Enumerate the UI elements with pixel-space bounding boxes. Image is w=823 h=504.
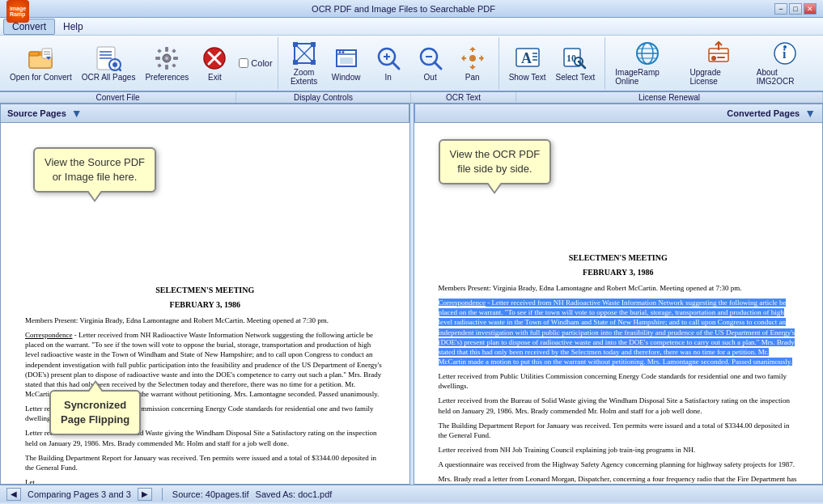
converted-doc-title2: FEBRUARY 3, 1986 xyxy=(439,267,799,278)
svg-text:i: i xyxy=(783,47,787,61)
preferences-button[interactable]: Preferences xyxy=(140,44,193,83)
menu-bar: Convert Help xyxy=(0,18,823,36)
source-doc-title1: SELECTMEN'S MEETING xyxy=(25,285,385,296)
show-text-button[interactable]: A Show Text xyxy=(504,44,551,83)
toolbar-group-ocr: A Show Text 10 Select Text xyxy=(499,37,606,89)
highlighted-text: Correspondence - Letter received from NH… xyxy=(439,299,795,366)
right-callout: View the OCR PDF file side by side. xyxy=(439,139,552,184)
maximize-button[interactable]: □ xyxy=(789,3,802,15)
source-panel: Source Pages ▼ View the Source PDF or Im… xyxy=(0,104,410,485)
converted-panel-arrow[interactable]: ▼ xyxy=(804,107,816,120)
status-separator xyxy=(162,488,163,501)
upgrade-license-button[interactable]: Upgrade License xyxy=(685,39,751,87)
svg-line-44 xyxy=(435,62,441,69)
svg-text:A: A xyxy=(521,50,532,66)
svg-rect-18 xyxy=(155,57,160,60)
toolbar-group-license: ImageRamp Online Upgrade License i xyxy=(605,37,823,89)
svg-point-62 xyxy=(711,56,716,61)
imageramp-online-button[interactable]: ImageRamp Online xyxy=(610,39,685,87)
app-logo: imageRamp xyxy=(6,0,29,23)
svg-rect-23 xyxy=(172,63,177,68)
page-info: Comparing Pages 3 and 3 xyxy=(28,489,131,499)
zoom-in-button[interactable]: In xyxy=(367,44,409,83)
svg-point-37 xyxy=(342,51,344,53)
status-bar: ◀ Comparing Pages 3 and 3 ▶ Source: 40pa… xyxy=(0,485,823,502)
toolbar-group-convert: Open for Convert OCR All Pages xyxy=(0,37,278,89)
svg-point-36 xyxy=(338,51,341,53)
svg-rect-22 xyxy=(158,63,163,68)
exit-button[interactable]: Exit xyxy=(193,44,235,83)
svg-rect-17 xyxy=(165,65,168,70)
svg-rect-20 xyxy=(158,49,163,53)
ocr-all-pages-button[interactable]: OCR All Pages xyxy=(77,44,141,83)
svg-point-46 xyxy=(469,55,476,61)
toolbar-labels: Convert File Display Controls OCR Text L… xyxy=(0,92,823,104)
prev-page-button[interactable]: ◀ xyxy=(6,488,21,501)
window-button[interactable]: Window xyxy=(325,44,367,83)
pan-button[interactable]: Pan xyxy=(452,44,494,83)
svg-rect-19 xyxy=(173,57,178,60)
source-panel-content[interactable]: View the Source PDF or Image file here. … xyxy=(1,123,409,484)
svg-rect-31 xyxy=(311,42,316,47)
svg-rect-16 xyxy=(165,47,168,52)
svg-rect-63 xyxy=(717,57,725,58)
svg-rect-38 xyxy=(340,57,353,64)
svg-line-12 xyxy=(119,69,121,71)
source-panel-arrow[interactable]: ▼ xyxy=(71,107,83,120)
converted-doc-title1: SELECTMEN'S MEETING xyxy=(439,252,799,264)
toolbar-group-display: Zoom Extents Window xyxy=(278,37,499,89)
svg-point-13 xyxy=(112,62,117,67)
bottom-callout: Syncronized Page Flipping xyxy=(49,390,141,435)
title-text: OCR PDF and Image Files to Searchable PD… xyxy=(32,4,774,14)
panels: Source Pages ▼ View the Source PDF or Im… xyxy=(0,104,823,485)
source-doc: SELECTMEN'S MEETING FEBRUARY 3, 1986 Mem… xyxy=(25,285,385,484)
zoom-extents-button[interactable]: Zoom Extents xyxy=(283,39,325,87)
converted-panel-content[interactable]: View the OCR PDF file side by side. SELE… xyxy=(414,123,823,484)
svg-point-66 xyxy=(783,45,787,49)
converted-doc: SELECTMEN'S MEETING FEBRUARY 3, 1986 Mem… xyxy=(439,252,799,484)
title-bar: imageRamp OCR PDF and Image Files to Sea… xyxy=(0,0,823,18)
label-ocr-text: OCR Text xyxy=(411,92,516,103)
toolbar: Open for Convert OCR All Pages xyxy=(0,36,823,92)
label-license-renewal: License Renewal xyxy=(516,92,823,103)
minimize-button[interactable]: − xyxy=(774,3,787,15)
svg-rect-32 xyxy=(293,60,298,65)
saved-as: Saved As: doc1.pdf xyxy=(256,489,333,499)
color-checkbox[interactable]: Color xyxy=(239,58,272,68)
source-file: Source: 40pages.tif xyxy=(172,489,249,499)
menu-item-help[interactable]: Help xyxy=(55,19,91,34)
source-doc-title2: FEBRUARY 3, 1986 xyxy=(25,299,385,311)
about-button[interactable]: i About IMG2OCR xyxy=(752,39,818,87)
converted-doc-body: Members Present: Virginia Brady, Edna La… xyxy=(439,283,799,484)
close-button[interactable]: ✕ xyxy=(804,3,817,15)
select-text-button[interactable]: 10 Select Text xyxy=(551,44,600,83)
source-panel-header: Source Pages ▼ xyxy=(1,104,409,123)
left-callout: View the Source PDF or Image file here. xyxy=(33,147,156,193)
svg-line-40 xyxy=(392,62,399,69)
label-convert-file: Convert File xyxy=(0,92,236,103)
zoom-out-button[interactable]: Out xyxy=(409,44,452,83)
svg-rect-21 xyxy=(172,49,177,53)
svg-point-15 xyxy=(165,57,168,60)
converted-panel-header: Converted Pages ▼ xyxy=(414,104,823,123)
open-for-convert-button[interactable]: Open for Convert xyxy=(5,44,77,83)
next-page-button[interactable]: ▶ xyxy=(138,488,152,501)
svg-rect-2 xyxy=(29,52,39,56)
window-controls: − □ ✕ xyxy=(774,3,817,15)
converted-panel: Converted Pages ▼ View the OCR PDF file … xyxy=(414,104,824,485)
svg-rect-30 xyxy=(293,42,298,47)
svg-rect-33 xyxy=(311,60,316,65)
label-display-controls: Display Controls xyxy=(236,92,411,103)
color-input[interactable] xyxy=(239,58,248,68)
